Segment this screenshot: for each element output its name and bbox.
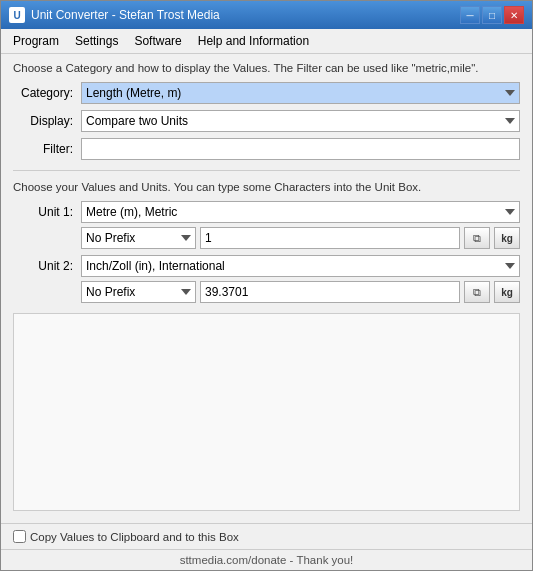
copy-checkbox-wrap: Copy Values to Clipboard and to this Box — [13, 530, 239, 543]
menu-software[interactable]: Software — [126, 31, 189, 51]
menu-program[interactable]: Program — [5, 31, 67, 51]
app-icon: U — [9, 7, 25, 23]
title-bar: U Unit Converter - Stefan Trost Media ─ … — [1, 1, 532, 29]
unit2-row: Unit 2: Inch/Zoll (in), International — [13, 255, 520, 277]
divider-1 — [13, 170, 520, 171]
footer: sttmedia.com/donate - Thank you! — [1, 549, 532, 570]
display-select-wrap: Compare two Units — [81, 110, 520, 132]
filter-label: Filter: — [13, 142, 73, 156]
title-buttons: ─ □ ✕ — [460, 6, 524, 24]
unit2-copy-button[interactable]: ⧉ — [464, 281, 490, 303]
unit2-kg-button[interactable]: kg — [494, 281, 520, 303]
display-label: Display: — [13, 114, 73, 128]
display-row: Display: Compare two Units — [13, 110, 520, 132]
unit2-section: Unit 2: Inch/Zoll (in), International No… — [13, 255, 520, 303]
main-window: U Unit Converter - Stefan Trost Media ─ … — [0, 0, 533, 571]
category-row: Category: Length (Metre, m) — [13, 82, 520, 104]
menu-help[interactable]: Help and Information — [190, 31, 317, 51]
unit1-prefix-select[interactable]: No Prefix — [81, 227, 196, 249]
title-bar-left: U Unit Converter - Stefan Trost Media — [9, 7, 220, 23]
category-select[interactable]: Length (Metre, m) — [81, 82, 520, 104]
close-button[interactable]: ✕ — [504, 6, 524, 24]
filter-input[interactable] — [81, 138, 520, 160]
bottom-instruction: Choose your Values and Units. You can ty… — [13, 181, 520, 193]
unit2-prefix-value-row: No Prefix ⧉ kg — [13, 281, 520, 303]
kg-icon-1: kg — [501, 233, 513, 244]
category-label: Category: — [13, 86, 73, 100]
top-instruction: Choose a Category and how to display the… — [13, 62, 520, 74]
unit1-label: Unit 1: — [13, 205, 73, 219]
unit1-select[interactable]: Metre (m), Metric — [81, 201, 520, 223]
unit1-value-input[interactable] — [200, 227, 460, 249]
copy-checkbox[interactable] — [13, 530, 26, 543]
display-select[interactable]: Compare two Units — [81, 110, 520, 132]
unit2-select-wrap: Inch/Zoll (in), International — [81, 255, 520, 277]
maximize-button[interactable]: □ — [482, 6, 502, 24]
unit2-value-input[interactable] — [200, 281, 460, 303]
unit1-select-wrap: Metre (m), Metric — [81, 201, 520, 223]
main-content: Choose a Category and how to display the… — [1, 54, 532, 523]
filter-input-wrap — [81, 138, 520, 160]
kg-icon-2: kg — [501, 287, 513, 298]
unit1-copy-button[interactable]: ⧉ — [464, 227, 490, 249]
category-select-wrap: Length (Metre, m) — [81, 82, 520, 104]
copy-checkbox-label: Copy Values to Clipboard and to this Box — [30, 531, 239, 543]
copy-icon-2: ⧉ — [473, 286, 481, 299]
unit1-section: Unit 1: Metre (m), Metric No Prefix ⧉ kg — [13, 201, 520, 249]
minimize-button[interactable]: ─ — [460, 6, 480, 24]
unit1-row: Unit 1: Metre (m), Metric — [13, 201, 520, 223]
copy-icon-1: ⧉ — [473, 232, 481, 245]
window-title: Unit Converter - Stefan Trost Media — [31, 8, 220, 22]
unit2-select[interactable]: Inch/Zoll (in), International — [81, 255, 520, 277]
unit1-kg-button[interactable]: kg — [494, 227, 520, 249]
result-area — [13, 313, 520, 511]
bottom-bar: Copy Values to Clipboard and to this Box — [1, 523, 532, 549]
footer-text: sttmedia.com/donate - Thank you! — [180, 554, 354, 566]
menu-bar: Program Settings Software Help and Infor… — [1, 29, 532, 54]
menu-settings[interactable]: Settings — [67, 31, 126, 51]
filter-row: Filter: — [13, 138, 520, 160]
unit2-label: Unit 2: — [13, 259, 73, 273]
unit1-prefix-value-row: No Prefix ⧉ kg — [13, 227, 520, 249]
unit2-prefix-select[interactable]: No Prefix — [81, 281, 196, 303]
